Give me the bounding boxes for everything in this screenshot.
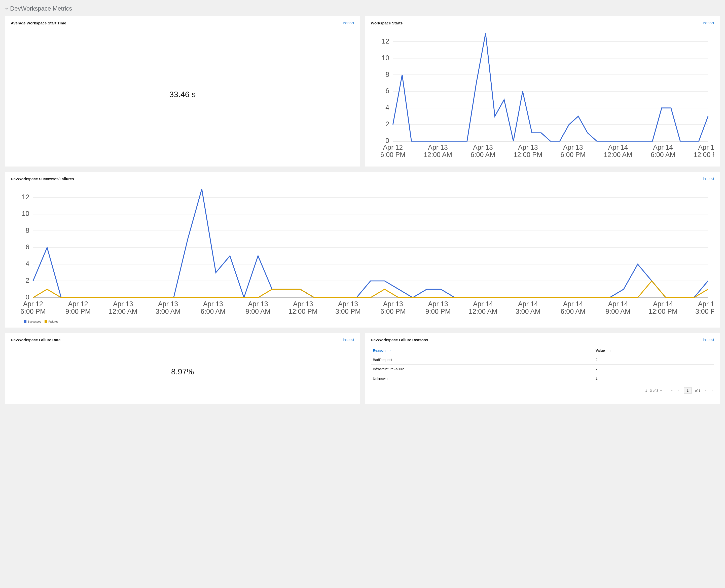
- inspect-link[interactable]: Inspect: [703, 176, 714, 181]
- svg-text:8: 8: [385, 71, 389, 78]
- panel-workspace-starts: Workspace Starts Inspect 024681012Apr 12…: [365, 16, 720, 167]
- panel-title: Workspace Starts: [371, 21, 403, 25]
- svg-text:Apr 13: Apr 13: [383, 300, 403, 308]
- pager-last-icon[interactable]: »: [710, 388, 714, 393]
- svg-text:12:00 AM: 12:00 AM: [469, 308, 498, 315]
- svg-text:3:00 AM: 3:00 AM: [516, 308, 541, 315]
- pager-next-icon[interactable]: ›: [704, 388, 707, 393]
- inspect-link[interactable]: Inspect: [703, 21, 714, 25]
- svg-text:0: 0: [385, 137, 389, 144]
- table-row: InfrastructureFailure2: [371, 364, 714, 374]
- svg-text:9:00 AM: 9:00 AM: [246, 308, 270, 315]
- svg-text:Apr 14: Apr 14: [653, 144, 673, 151]
- panel-title: Average Workspace Start Time: [11, 21, 66, 25]
- failure-rate-value: 8.97%: [11, 344, 354, 399]
- svg-text:4: 4: [385, 104, 389, 111]
- legend-swatch-icon: [44, 320, 47, 323]
- svg-text:6:00 AM: 6:00 AM: [470, 151, 495, 159]
- table-row: BadRequest2: [371, 355, 714, 364]
- svg-text:12:00 AM: 12:00 AM: [604, 151, 632, 159]
- panel-avg-start-time: Average Workspace Start Time Inspect 33.…: [5, 16, 360, 167]
- svg-text:Apr 12: Apr 12: [68, 300, 88, 308]
- inspect-link[interactable]: Inspect: [703, 338, 714, 342]
- panel-title: DevWorkspace Failure Rate: [11, 338, 60, 342]
- failure-reasons-table: Reason ↑ Value ↕ BadRequest2Infrastructu…: [371, 346, 714, 383]
- svg-text:12: 12: [22, 193, 29, 201]
- legend-item-failures[interactable]: Failures: [44, 320, 58, 323]
- svg-text:Apr 13: Apr 13: [428, 300, 448, 308]
- legend-label: Successes: [28, 320, 41, 323]
- svg-text:8: 8: [26, 227, 29, 234]
- svg-text:Apr 13: Apr 13: [563, 144, 583, 151]
- panel-failure-reasons: DevWorkspace Failure Reasons Inspect Rea…: [365, 333, 720, 404]
- svg-text:6:00 AM: 6:00 AM: [201, 308, 225, 315]
- pager-prev-icon[interactable]: ‹: [678, 388, 681, 393]
- sort-neutral-icon: ↕: [609, 349, 611, 353]
- svg-text:12:00 PM: 12:00 PM: [288, 308, 318, 315]
- svg-text:6:00 PM: 6:00 PM: [380, 308, 406, 315]
- section-toggle[interactable]: DevWorkspace Metrics: [5, 5, 720, 12]
- svg-text:6:00 AM: 6:00 AM: [561, 308, 586, 315]
- svg-text:6: 6: [385, 87, 389, 94]
- svg-text:12:00 PM: 12:00 PM: [513, 151, 543, 159]
- cell-reason: BadRequest: [371, 355, 593, 364]
- svg-text:10: 10: [382, 54, 389, 62]
- col-header-value[interactable]: Value ↕: [593, 346, 714, 355]
- svg-text:9:00 AM: 9:00 AM: [606, 308, 630, 315]
- cell-value: 2: [593, 364, 714, 374]
- svg-text:3:00 PM: 3:00 PM: [695, 308, 714, 315]
- svg-text:Apr 13: Apr 13: [113, 300, 133, 308]
- inspect-link[interactable]: Inspect: [343, 338, 354, 342]
- svg-text:3:00 PM: 3:00 PM: [335, 308, 361, 315]
- svg-text:9:00 PM: 9:00 PM: [425, 308, 450, 315]
- panel-title: DevWorkspace Successes/Failures: [11, 176, 74, 181]
- avg-start-value: 33.46 s: [11, 27, 354, 162]
- svg-text:Apr 13: Apr 13: [293, 300, 313, 308]
- svg-text:2: 2: [26, 277, 29, 284]
- legend-item-successes[interactable]: Successes: [24, 320, 41, 323]
- pager-first-icon[interactable]: «: [670, 388, 674, 393]
- cell-reason: Unknown: [371, 374, 593, 383]
- pager-range[interactable]: 1 - 3 of 3 ▼: [645, 389, 662, 393]
- svg-text:4: 4: [26, 260, 29, 268]
- svg-text:3:00 AM: 3:00 AM: [156, 308, 181, 315]
- cell-value: 2: [593, 355, 714, 364]
- svg-text:Apr 14: Apr 14: [518, 300, 538, 308]
- chevron-down-icon: [5, 7, 8, 10]
- svg-text:6:00 PM: 6:00 PM: [20, 308, 45, 315]
- col-header-label: Value: [596, 349, 605, 353]
- cell-value: 2: [593, 374, 714, 383]
- svg-text:Apr 14: Apr 14: [653, 300, 673, 308]
- panel-title: DevWorkspace Failure Reasons: [371, 338, 428, 342]
- pager-page-input[interactable]: [684, 387, 691, 394]
- inspect-link[interactable]: Inspect: [343, 21, 354, 25]
- chevron-down-icon: ▼: [660, 389, 662, 392]
- svg-text:Apr 13: Apr 13: [248, 300, 268, 308]
- chart-successes-failures: 024681012Apr 126:00 PMApr 129:00 PMApr 1…: [11, 183, 714, 318]
- svg-text:Apr 14: Apr 14: [698, 144, 714, 151]
- svg-text:Apr 14: Apr 14: [608, 144, 628, 151]
- col-header-label: Reason: [373, 349, 386, 353]
- svg-text:12:00 PM: 12:00 PM: [648, 308, 678, 315]
- chart-workspace-starts: 024681012Apr 126:00 PMApr 1312:00 AMApr …: [371, 27, 714, 162]
- pager-range-text: 1 - 3 of 3: [645, 389, 658, 393]
- svg-text:2: 2: [385, 120, 389, 128]
- pager-of-text: of 1: [695, 389, 701, 393]
- chart-legend: Successes Failures: [11, 318, 714, 323]
- svg-text:Apr 13: Apr 13: [518, 144, 538, 151]
- cell-reason: InfrastructureFailure: [371, 364, 593, 374]
- svg-text:Apr 13: Apr 13: [473, 144, 493, 151]
- legend-label: Failures: [48, 320, 58, 323]
- svg-text:Apr 14: Apr 14: [563, 300, 583, 308]
- svg-text:10: 10: [22, 210, 29, 217]
- panel-successes-failures: DevWorkspace Successes/Failures Inspect …: [5, 172, 720, 328]
- svg-text:12:00 AM: 12:00 AM: [424, 151, 452, 159]
- panel-failure-rate: DevWorkspace Failure Rate Inspect 8.97%: [5, 333, 360, 404]
- svg-text:Apr 13: Apr 13: [428, 144, 448, 151]
- svg-text:Apr 13: Apr 13: [158, 300, 178, 308]
- svg-text:9:00 PM: 9:00 PM: [65, 308, 90, 315]
- svg-text:Apr 14: Apr 14: [698, 300, 714, 308]
- col-header-reason[interactable]: Reason ↑: [371, 346, 593, 355]
- svg-text:Apr 13: Apr 13: [338, 300, 358, 308]
- section-title: DevWorkspace Metrics: [10, 5, 72, 12]
